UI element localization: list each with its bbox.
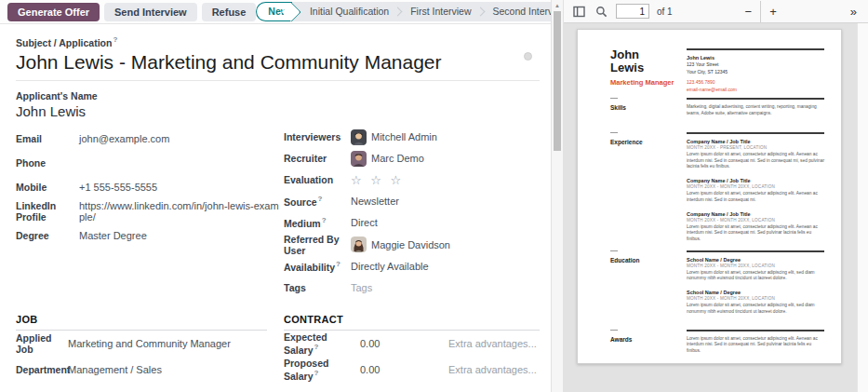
department-field[interactable]: Management / Sales	[68, 364, 162, 375]
email-field[interactable]: john@example.com	[79, 133, 169, 144]
experience-entry: Company Name / Job Title MONTH 20XX - MO…	[687, 211, 824, 243]
zoom-in-button[interactable]: +	[760, 1, 785, 22]
experience-entry-text: Lorem ipsum dolor sit amet, consectetur …	[687, 191, 824, 203]
experience-entry-meta: MONTH 20XX - PRESENT, LOCATION	[687, 145, 824, 150]
applicant-form-panel: Generate Offer Send Interview Refuse New…	[0, 0, 551, 392]
pdf-toolbar: of 1 − + »	[564, 0, 868, 23]
resume-education-row: Education School Name / Degree MONTH 20X…	[610, 250, 824, 330]
applicant-name-input[interactable]: John Lewis	[16, 103, 540, 119]
experience-entry: Company Name / Job Title MONTH 20XX - MO…	[687, 178, 824, 203]
stage-initial-qualification[interactable]: Initial Qualification	[301, 3, 397, 20]
generate-offer-button[interactable]: Generate Offer	[7, 3, 100, 21]
toolbar-more-button[interactable]: »	[847, 5, 861, 19]
referred-by-value: Maggie Davidson	[371, 239, 450, 250]
help-marker: ?	[314, 369, 319, 377]
interviewers-value: Mitchell Admin	[371, 131, 437, 142]
source-label-text: Source	[284, 196, 317, 208]
interviewers-label: Interviewers	[284, 131, 351, 142]
field-row-referred: Referred By User Maggie Davidson	[284, 234, 540, 256]
experience-entry-meta: MONTH 20XX - MONTH 20XX, LOCATION	[687, 218, 824, 223]
source-field[interactable]: Newsletter	[351, 196, 399, 207]
right-field-column: Interviewers Mitchell Admin Recruiter Ma…	[284, 127, 540, 299]
degree-label: Degree	[16, 230, 79, 241]
experience-entry-title: Company Name / Job Title	[687, 139, 824, 144]
stage-new[interactable]: New	[256, 2, 292, 21]
proposed-salary-label: Proposed Salary?	[284, 358, 360, 382]
stage-second-interview[interactable]: Second Interview	[485, 3, 551, 20]
experience-entry-title: Company Name / Job Title	[687, 211, 824, 217]
sidebar-toggle-icon[interactable]	[571, 4, 586, 19]
contact-email: email-name@email.com	[687, 87, 824, 94]
stage-statusbar: New Initial Qualification First Intervie…	[256, 2, 551, 21]
scrollbar-up-arrow-icon[interactable]: ▲	[552, 0, 563, 11]
education-entry-meta: MONTH 20XX - MONTH 20XX, LOCATION	[687, 296, 824, 301]
education-entry-meta: MONTH 20XX - MONTH 20XX, LOCATION	[687, 264, 824, 268]
field-row-interviewers: Interviewers Mitchell Admin	[284, 127, 540, 148]
page-number-input[interactable]	[616, 4, 649, 19]
pdf-viewport[interactable]: John Lewis Marketing Manager John Lewis …	[564, 23, 857, 392]
resume-name-block: John Lewis Marketing Manager	[610, 48, 687, 87]
skills-section-label: Skills	[610, 104, 679, 111]
search-icon[interactable]	[594, 4, 608, 19]
proposed-extra-advantages-field[interactable]: Extra advantages...	[448, 364, 537, 375]
availability-field[interactable]: Directly Available	[351, 261, 429, 272]
form-body: Subject / Application? John Lewis - Mark…	[0, 24, 551, 392]
education-entry-title: School Name / Degree	[687, 257, 824, 263]
source-label: Source?	[284, 195, 351, 208]
degree-field[interactable]: Master Degree	[79, 230, 147, 241]
pdf-scrollbar[interactable]	[857, 23, 868, 392]
section-dash	[610, 98, 618, 99]
field-row-availability: Availability? Directly Available	[284, 256, 540, 277]
contract-section: CONTRACT Expected Salary? 0.00 Extra adv…	[284, 314, 540, 383]
proposed-salary-field[interactable]: 0.00	[360, 364, 448, 375]
field-row-expected-salary: Expected Salary? 0.00 Extra advantages..…	[284, 331, 540, 357]
linkedin-field[interactable]: https://www.linkedin.com/in/john-lewis-e…	[79, 200, 284, 223]
field-row-tags: Tags Tags	[284, 277, 540, 299]
experience-entry-title: Company Name / Job Title	[687, 178, 824, 183]
expected-extra-advantages-field[interactable]: Extra advantages...	[448, 338, 537, 349]
availability-label: Availability?	[284, 260, 351, 273]
pdf-preview-panel: of 1 − + » John Lewis Marketing Manager	[564, 0, 868, 392]
field-row-medium: Medium? Direct	[284, 212, 540, 234]
field-row-degree: Degree Master Degree	[16, 223, 284, 248]
section-dash	[610, 330, 618, 331]
resume-experience-row: Experience Company Name / Job Title MONT…	[610, 132, 824, 250]
field-row-email: Email john@example.com	[16, 127, 284, 151]
resume-awards-row: Awards Lorem ipsum dolor sit amet, conse…	[610, 330, 824, 355]
recruiter-label: Recruiter	[284, 153, 351, 164]
contact-name: John Lewis	[687, 55, 824, 61]
job-section-title: JOB	[16, 314, 267, 331]
expected-salary-label: Expected Salary?	[284, 331, 360, 356]
applied-job-field[interactable]: Marketing and Community Manager	[68, 338, 231, 349]
evaluation-label: Evaluation	[284, 174, 351, 185]
tags-input[interactable]: Tags	[351, 282, 372, 293]
field-grid: Email john@example.com Phone Mobile +1 5…	[16, 127, 540, 299]
applied-job-label: Applied Job	[16, 332, 68, 355]
stage-first-interview[interactable]: First Interview	[402, 3, 479, 20]
avatar-mitchell-admin	[351, 129, 367, 145]
subject-input[interactable]: John Lewis - Marketing and Community Man…	[16, 51, 540, 74]
mobile-field[interactable]: +1 555-555-5555	[79, 182, 157, 193]
section-dash	[610, 250, 618, 251]
recruitment-app-window: Generate Offer Send Interview Refuse New…	[0, 0, 868, 392]
interviewers-field[interactable]: Mitchell Admin	[351, 129, 437, 145]
email-label: Email	[16, 133, 79, 144]
recruiter-field[interactable]: Marc Demo	[351, 151, 424, 167]
help-marker: ?	[314, 343, 319, 351]
evaluation-stars-widget[interactable]: ☆ ☆ ☆	[351, 173, 404, 187]
left-field-column: Email john@example.com Phone Mobile +1 5…	[16, 127, 284, 299]
field-row-recruiter: Recruiter Marc Demo	[284, 148, 540, 169]
expected-salary-field[interactable]: 0.00	[360, 338, 448, 349]
contract-section-title: CONTRACT	[284, 314, 540, 331]
send-interview-button[interactable]: Send Interview	[104, 3, 197, 21]
job-contract-sections: JOB Applied Job Marketing and Community …	[16, 314, 540, 383]
medium-field[interactable]: Direct	[351, 217, 378, 228]
scrollbar-thumb[interactable]	[554, 11, 561, 151]
contact-address2: Your City, ST 12345	[687, 69, 824, 76]
education-entry: School Name / Degree MONTH 20XX - MONTH …	[687, 257, 824, 282]
zoom-out-button[interactable]: −	[737, 1, 761, 22]
referred-by-field[interactable]: Maggie Davidson	[351, 237, 450, 252]
refuse-button[interactable]: Refuse	[202, 3, 257, 21]
form-scrollbar[interactable]: ▲	[551, 0, 564, 392]
skills-text: Marketing, digital advertising, content …	[687, 104, 824, 116]
